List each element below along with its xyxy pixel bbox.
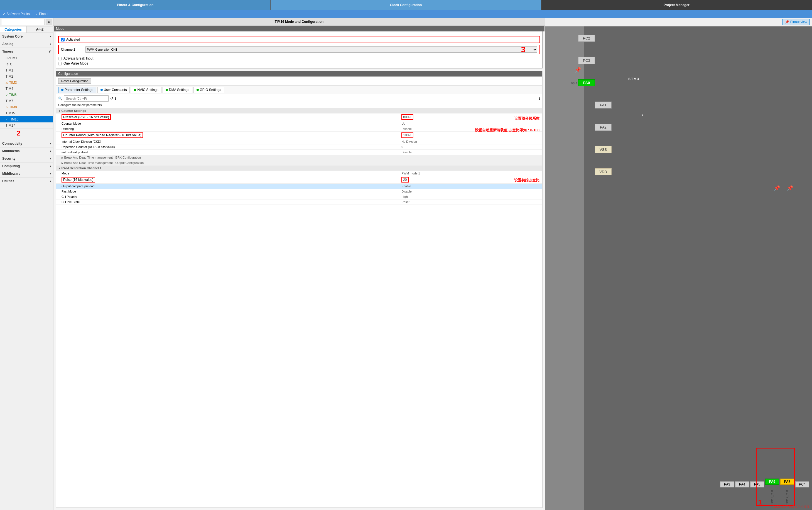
pwm-ch-idle: CH Idle State Reset bbox=[56, 200, 542, 205]
config-toolbar: Reset Configuration bbox=[56, 77, 542, 86]
chip-red-selection-box bbox=[756, 448, 795, 506]
activated-row: Activated bbox=[58, 36, 540, 43]
pulse-value: 20 bbox=[401, 177, 408, 182]
section-system-core: System Core › bbox=[0, 33, 53, 40]
param-prescaler: Prescaler (PSC - 16 bits value) 800-1 bbox=[56, 114, 542, 121]
activate-break-checkbox[interactable] bbox=[58, 57, 62, 60]
activated-checkbox[interactable] bbox=[61, 38, 65, 41]
timer-tim1[interactable]: TIM1 bbox=[0, 67, 53, 73]
pwm-mode: Mode PWM mode 1 bbox=[56, 171, 542, 176]
channel-select[interactable]: PWM Generation CH1 bbox=[85, 47, 537, 53]
chip-text-l: L bbox=[642, 96, 644, 122]
timer-tim16[interactable]: ✓ TIM16 bbox=[0, 116, 53, 122]
section-computing-header[interactable]: Computing › bbox=[0, 162, 53, 170]
watermark: CSDN @不会编程的小江江 bbox=[773, 505, 810, 509]
center-content: TIM16 Mode and Configuration Mode Activa… bbox=[53, 18, 545, 510]
section-timers-header[interactable]: Timers ∨ bbox=[0, 48, 53, 55]
section-connectivity-header[interactable]: Connectivity › bbox=[0, 140, 53, 147]
nav-pinout-config[interactable]: Pinout & Configuration bbox=[0, 0, 270, 10]
subnav-software-packs[interactable]: ✓ Software Packs bbox=[3, 12, 30, 16]
subnav-pinout[interactable]: ✓ Pinout bbox=[35, 12, 49, 16]
section-utilities-header[interactable]: Utilities › bbox=[0, 178, 53, 185]
tab-nvic-settings[interactable]: NVIC Settings bbox=[131, 87, 161, 93]
sidebar-tab-atoz[interactable]: A->Z bbox=[27, 26, 53, 33]
section-multimedia: Multimedia › bbox=[0, 147, 53, 155]
nav-clock-config[interactable]: Clock Configuration bbox=[270, 0, 541, 10]
timer-tim4[interactable]: TIM4 bbox=[0, 86, 53, 92]
one-pulse-checkbox[interactable] bbox=[58, 62, 62, 65]
tab-dot-user bbox=[100, 89, 103, 91]
mode-content: Activated Channel1 PWM Generation CH1 Ac… bbox=[56, 34, 542, 68]
section-connectivity: Connectivity › bbox=[0, 140, 53, 147]
section-analog: Analog › bbox=[0, 40, 53, 48]
sub-navigation: ✓ Software Packs ✓ Pinout bbox=[0, 10, 812, 18]
timer-rtc[interactable]: RTC bbox=[0, 61, 53, 67]
sidebar-search-row: ⚙ bbox=[0, 18, 53, 26]
param-counter-mode: Counter Mode Up bbox=[56, 121, 542, 126]
params-area: Counter Settings Prescaler (PSC - 16 bit… bbox=[56, 108, 542, 205]
period-value: 100-1 bbox=[401, 132, 413, 138]
section-timers: Timers ∨ LPTIM1 RTC TIM1 TIM2 ⚠ TIM3 TIM… bbox=[0, 48, 53, 129]
reset-search-icon[interactable]: ↺ bbox=[110, 96, 113, 100]
section-middleware-header[interactable]: Middleware › bbox=[0, 170, 53, 177]
annotation-prescaler: 设置预分频系数 bbox=[514, 116, 540, 121]
channel-row: Channel1 PWM Generation CH1 bbox=[58, 45, 540, 54]
sidebar-search-input[interactable] bbox=[1, 19, 45, 25]
mode-header: Mode bbox=[54, 26, 545, 31]
input-label: nput bbox=[571, 81, 577, 85]
pinout-view-button[interactable]: 📌 Pinout view bbox=[782, 19, 810, 25]
tab-gpio-settings[interactable]: GPIO Settings bbox=[194, 87, 224, 93]
pushpin-pa7: 📌 bbox=[787, 185, 793, 191]
section-utilities: Utilities › bbox=[0, 178, 53, 185]
pwm-ch-polarity: CH Polarity High bbox=[56, 194, 542, 200]
pin-pc2: PC2 bbox=[578, 35, 595, 42]
break-section-2[interactable]: Break And Dead Time management - Output … bbox=[56, 160, 542, 166]
param-ckd: Internal Clock Division (CKD) No Divisio… bbox=[56, 139, 542, 144]
activate-break-row: Activate Break Input bbox=[58, 56, 540, 61]
config-header: Configuration bbox=[56, 71, 542, 77]
annotation-2-area: 2 bbox=[0, 129, 53, 140]
section-system-core-header[interactable]: System Core › bbox=[0, 33, 53, 40]
timer-tim2[interactable]: TIM2 bbox=[0, 73, 53, 80]
section-analog-header[interactable]: Analog › bbox=[0, 40, 53, 48]
info-icon: ℹ bbox=[115, 96, 116, 100]
chip-area: STM3 L PC2 PC3 nput PA0 bbox=[545, 26, 812, 510]
timer-tim7[interactable]: TIM7 bbox=[0, 98, 53, 104]
param-auto-reload: auto-reload preload Disable bbox=[56, 150, 542, 155]
param-rcr: Repetition Counter (RCR - 8 bits value) … bbox=[56, 144, 542, 150]
timer-tim8[interactable]: ⚠ TIM8 bbox=[0, 104, 53, 110]
section-security-header[interactable]: Security › bbox=[0, 155, 53, 162]
reset-config-button[interactable]: Reset Configuration bbox=[58, 78, 91, 84]
section-middleware: Middleware › bbox=[0, 170, 53, 178]
config-section: Configuration Reset Configuration Parame… bbox=[56, 71, 543, 508]
timer-tim15[interactable]: TIM15 bbox=[0, 110, 53, 116]
break-section-1[interactable]: Break And Dead Time management - BRK Con… bbox=[56, 155, 542, 160]
chip-text-stm3: STM3 bbox=[628, 60, 639, 85]
timer-tim17[interactable]: TIM17 bbox=[0, 122, 53, 128]
section-multimedia-header[interactable]: Multimedia › bbox=[0, 147, 53, 155]
timer-lptim1[interactable]: LPTIM1 bbox=[0, 55, 53, 61]
pin-icon: 📌 bbox=[785, 20, 789, 24]
timer-tim3[interactable]: ⚠ TIM3 bbox=[0, 80, 53, 86]
expand-icon: ℹ bbox=[539, 96, 540, 100]
chip-background bbox=[584, 26, 812, 510]
pwm-pulse: Pulse (16 bits value) 20 bbox=[56, 176, 542, 184]
tab-dma-settings[interactable]: DMA Settings bbox=[163, 87, 192, 93]
pwm-fast-mode: Fast Mode Disable bbox=[56, 189, 542, 194]
config-description: Configure the below parameters : bbox=[56, 103, 542, 108]
tab-parameter-settings[interactable]: Parameter Settings bbox=[58, 87, 96, 93]
nav-project-manager[interactable]: Project Manager bbox=[542, 0, 812, 10]
pwm-output-preload: Output compare preload Enable bbox=[56, 184, 542, 189]
timer-tim6[interactable]: ✓ TIM6 bbox=[0, 92, 53, 98]
tab-dot-parameter bbox=[61, 89, 63, 91]
check-icon: ✓ bbox=[6, 93, 8, 96]
counter-settings-row: Counter Settings bbox=[56, 108, 542, 114]
tab-dot-dma bbox=[166, 89, 168, 91]
pushpin-pc3: 📌 bbox=[575, 67, 581, 73]
config-search-input[interactable] bbox=[64, 95, 109, 101]
sidebar-tabs: Categories A->Z bbox=[0, 26, 53, 33]
gear-button[interactable]: ⚙ bbox=[46, 19, 52, 25]
pin-pa0: nput PA0 bbox=[571, 79, 595, 86]
tab-user-constants[interactable]: User Constants bbox=[97, 87, 130, 93]
sidebar-tab-categories[interactable]: Categories bbox=[0, 26, 27, 33]
